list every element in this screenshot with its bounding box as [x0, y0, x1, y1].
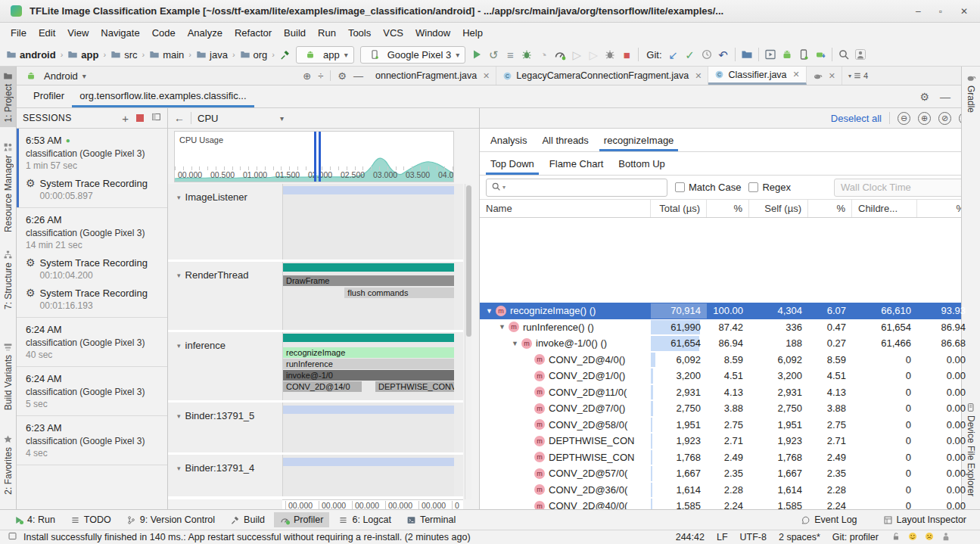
thread-state-bar[interactable]: [283, 406, 454, 414]
search-everywhere-button[interactable]: [835, 46, 852, 63]
thread-state-bar[interactable]: [283, 458, 454, 466]
session-item[interactable]: 6:23 AMclassification (Google Pixel 3)4 …: [17, 416, 167, 465]
analysis-tab[interactable]: recognizeImage: [596, 129, 682, 151]
git-branch[interactable]: Git: profiler: [832, 532, 879, 542]
menu-item-window[interactable]: Window: [409, 25, 456, 41]
lock-icon[interactable]: [891, 531, 901, 544]
analysis-tab[interactable]: Analysis: [483, 129, 534, 151]
sidebar-item-gradle[interactable]: Gradle: [962, 68, 980, 117]
menu-item-help[interactable]: Help: [456, 25, 489, 41]
menu-item-file[interactable]: File: [5, 25, 33, 41]
window-icon[interactable]: [8, 531, 17, 543]
build-hammer-icon[interactable]: [276, 46, 293, 63]
thread-track-content[interactable]: [282, 403, 454, 452]
editor-tab[interactable]: CClassifier.java✕: [708, 67, 806, 85]
tool-window-button-profiler[interactable]: Profiler: [274, 512, 330, 527]
breadcrumb-item[interactable]: src: [124, 49, 137, 61]
thread-track-content[interactable]: [282, 455, 454, 496]
tool-window-button--run[interactable]: 4: Run: [8, 512, 61, 527]
analysis-tab[interactable]: All threads: [534, 129, 596, 151]
tool-window-button-event-log[interactable]: Event Log: [795, 512, 863, 527]
back-arrow-icon[interactable]: ←: [174, 112, 185, 124]
profiler-button[interactable]: [552, 46, 568, 63]
hidden-tabs-dropdown[interactable]: ▾4: [842, 67, 874, 85]
menu-item-run[interactable]: Run: [312, 25, 342, 41]
table-row[interactable]: mCONV_2D@4/0()6,0928.596,0928.5900.00: [480, 352, 978, 368]
breadcrumb-item[interactable]: main: [163, 49, 184, 61]
run-disabled-icon[interactable]: ▷: [568, 46, 585, 63]
sidebar-item--project[interactable]: 1: Project: [0, 67, 16, 127]
editor-tab[interactable]: onnectionFragment.java✕: [369, 67, 496, 85]
reset-zoom-icon[interactable]: ⊘: [938, 112, 951, 125]
checkbox-icon[interactable]: [748, 182, 758, 192]
menu-item-tools[interactable]: Tools: [342, 25, 377, 41]
column-header[interactable]: Name: [480, 200, 651, 217]
apply-code-changes-button[interactable]: ≡: [502, 46, 518, 63]
menu-item-vcs[interactable]: VCS: [377, 25, 409, 41]
thread-track[interactable]: ▾Binder:13791_4: [168, 455, 463, 496]
track-scrollbar[interactable]: [465, 184, 471, 499]
device-explorer-button[interactable]: [795, 46, 812, 63]
device-select[interactable]: Google Pixel 3 ▾: [360, 46, 466, 64]
sidebar-item-resource-manager[interactable]: Resource Manager: [0, 138, 16, 237]
profiler-hide-icon[interactable]: —: [940, 91, 950, 103]
match-case-checkbox[interactable]: Match Case: [675, 182, 741, 193]
menu-item-edit[interactable]: Edit: [33, 25, 61, 41]
file-encoding[interactable]: UTF-8: [740, 532, 767, 542]
apply-changes-button[interactable]: ↺: [485, 46, 502, 63]
selection-range-start[interactable]: [314, 132, 316, 182]
thread-name-label[interactable]: ▾Binder:13791_4: [168, 455, 282, 496]
new-session-button[interactable]: +: [122, 112, 129, 125]
tool-window-button-todo[interactable]: TODO: [64, 512, 117, 527]
table-row[interactable]: mCONV_2D@1/0()3,2004.513,2004.5100.00: [480, 368, 978, 384]
session-item[interactable]: 6:24 AMclassification (Google Pixel 3)5 …: [17, 367, 167, 416]
thread-track[interactable]: ▾RenderThreadDrawFrameflush commands: [168, 262, 463, 330]
git-rollback-button[interactable]: ↶: [715, 46, 732, 63]
coverage-button[interactable]: ◔: [535, 46, 552, 63]
table-row[interactable]: mCONV_2D@7/0()2,7503.882,7503.8800.00: [480, 400, 978, 417]
table-row[interactable]: mCONV_2D@11/0(2,9314.132,9314.1300.00: [480, 384, 978, 401]
breadcrumb-item[interactable]: app: [81, 49, 98, 61]
menu-item-view[interactable]: View: [61, 25, 95, 41]
git-history-button[interactable]: [698, 46, 715, 63]
sidebar-item--favorites[interactable]: 2: Favorites: [0, 430, 16, 499]
hide-panel-icon[interactable]: —: [353, 70, 363, 82]
expand-arrow-icon[interactable]: ▼: [512, 340, 521, 347]
thread-name-label[interactable]: ▾RenderThread: [168, 262, 282, 330]
method-filter-field[interactable]: [507, 182, 662, 193]
sync-project-button[interactable]: [739, 46, 755, 63]
settings-gear-icon[interactable]: ⚙: [338, 70, 347, 82]
frown-icon[interactable]: [924, 531, 935, 544]
thread-track-content[interactable]: DrawFrameflush commands: [282, 262, 454, 330]
selection-range-end[interactable]: [319, 132, 321, 182]
column-header[interactable]: Self (µs): [749, 200, 808, 217]
editor-tab[interactable]: CLegacyCameraConnectionFragment.java✕: [496, 67, 708, 85]
session-item[interactable]: 6:24 AMclassification (Google Pixel 3)40…: [17, 318, 167, 367]
stop-session-button[interactable]: [136, 114, 144, 122]
indent-style[interactable]: 2 spaces*: [779, 532, 820, 542]
close-tab-icon[interactable]: ✕: [793, 70, 800, 79]
menu-item-analyze[interactable]: Analyze: [182, 25, 229, 41]
tool-window-button-layout-inspector[interactable]: Layout Inspector: [877, 512, 972, 527]
checkbox-icon[interactable]: [675, 182, 685, 192]
sidebar-item--structure[interactable]: 7: Structure: [0, 245, 16, 314]
project-view-selector[interactable]: Android: [44, 70, 78, 82]
expand-arrow-icon[interactable]: ▼: [499, 323, 509, 331]
thread-name-label[interactable]: ▾ImageListener: [168, 184, 282, 260]
close-window-button[interactable]: ✕: [960, 6, 968, 17]
thread-track[interactable]: ▾inferencerecognizeImagerunInferenceinvo…: [168, 332, 463, 400]
collapse-sessions-icon[interactable]: [151, 111, 161, 125]
clock-mode-select[interactable]: Wall Clock Time ▾: [834, 179, 972, 197]
table-row[interactable]: mCONV_2D@40/0(1,5852.241,5852.2400.00: [480, 498, 978, 509]
tool-window-button-build[interactable]: Build: [224, 512, 271, 527]
git-commit-button[interactable]: ✓: [682, 46, 698, 63]
table-row[interactable]: ▼minvoke@-1/0() ()61,65486.941880.2761,4…: [480, 335, 978, 352]
table-row[interactable]: mDEPTHWISE_CON1,7682.491,7682.4900.00: [480, 449, 978, 466]
table-row[interactable]: mDEPTHWISE_CON1,9232.711,9232.7100.00: [480, 433, 978, 449]
collapse-all-icon[interactable]: ÷: [318, 70, 323, 82]
cpu-usage-track[interactable]: CPU Usage 00.00000.50001.00001.50002.000…: [174, 131, 454, 182]
profiler-window-tab[interactable]: org.tensorflow.lite.examples.classific..…: [72, 85, 254, 107]
session-item[interactable]: 6:26 AMclassification (Google Pixel 3)14…: [17, 208, 167, 318]
trace-event-bar[interactable]: CONV_2D@14/0: [283, 381, 362, 392]
minimize-window-button[interactable]: –: [916, 6, 921, 17]
